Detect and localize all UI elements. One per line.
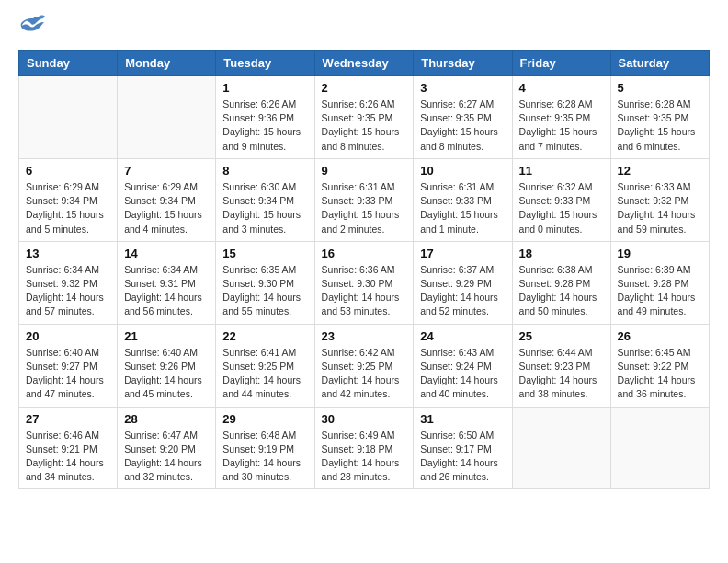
day-number: 6 xyxy=(26,164,110,178)
column-header-monday: Monday xyxy=(118,51,216,76)
column-header-tuesday: Tuesday xyxy=(216,51,314,76)
calendar-cell: 24Sunrise: 6:43 AMSunset: 9:24 PMDayligh… xyxy=(414,324,512,407)
calendar-cell: 18Sunrise: 6:38 AMSunset: 9:28 PMDayligh… xyxy=(512,241,610,324)
calendar-cell: 1Sunrise: 6:26 AMSunset: 9:36 PMDaylight… xyxy=(216,76,314,159)
calendar-cell: 12Sunrise: 6:33 AMSunset: 9:32 PMDayligh… xyxy=(610,158,709,241)
calendar-cell: 7Sunrise: 6:29 AMSunset: 9:34 PMDaylight… xyxy=(118,158,216,241)
day-number: 7 xyxy=(124,164,209,178)
day-info: Sunrise: 6:31 AMSunset: 9:33 PMDaylight:… xyxy=(322,180,407,236)
calendar-cell xyxy=(19,76,118,159)
day-info: Sunrise: 6:34 AMSunset: 9:32 PMDaylight:… xyxy=(26,263,110,319)
day-number: 13 xyxy=(26,247,110,260)
day-number: 17 xyxy=(420,247,505,260)
day-info: Sunrise: 6:40 AMSunset: 9:27 PMDaylight:… xyxy=(26,346,110,402)
day-info: Sunrise: 6:41 AMSunset: 9:25 PMDaylight:… xyxy=(222,346,307,402)
day-number: 15 xyxy=(222,247,307,260)
day-info: Sunrise: 6:43 AMSunset: 9:24 PMDaylight:… xyxy=(420,346,505,402)
calendar-cell: 31Sunrise: 6:50 AMSunset: 9:17 PMDayligh… xyxy=(414,407,512,489)
calendar-table: SundayMondayTuesdayWednesdayThursdayFrid… xyxy=(18,50,710,489)
day-info: Sunrise: 6:46 AMSunset: 9:21 PMDaylight:… xyxy=(26,429,110,485)
calendar-week-row: 27Sunrise: 6:46 AMSunset: 9:21 PMDayligh… xyxy=(19,407,710,489)
day-number: 14 xyxy=(124,247,209,260)
calendar-cell: 8Sunrise: 6:30 AMSunset: 9:34 PMDaylight… xyxy=(216,158,314,241)
day-number: 23 xyxy=(322,329,407,343)
day-number: 11 xyxy=(519,164,604,178)
calendar-cell: 22Sunrise: 6:41 AMSunset: 9:25 PMDayligh… xyxy=(216,324,314,407)
calendar-cell: 6Sunrise: 6:29 AMSunset: 9:34 PMDaylight… xyxy=(19,158,118,241)
day-info: Sunrise: 6:37 AMSunset: 9:29 PMDaylight:… xyxy=(420,263,505,319)
day-number: 22 xyxy=(222,329,307,343)
day-info: Sunrise: 6:26 AMSunset: 9:36 PMDaylight:… xyxy=(222,98,307,154)
day-number: 5 xyxy=(618,81,702,95)
day-info: Sunrise: 6:32 AMSunset: 9:33 PMDaylight:… xyxy=(519,180,604,236)
day-info: Sunrise: 6:49 AMSunset: 9:18 PMDaylight:… xyxy=(322,429,407,485)
day-number: 30 xyxy=(322,412,407,426)
day-number: 4 xyxy=(519,81,604,95)
day-number: 12 xyxy=(618,164,702,178)
calendar-cell: 9Sunrise: 6:31 AMSunset: 9:33 PMDaylight… xyxy=(314,158,414,241)
page-header xyxy=(18,18,710,35)
calendar-cell: 26Sunrise: 6:45 AMSunset: 9:22 PMDayligh… xyxy=(610,324,709,407)
day-number: 31 xyxy=(420,412,505,426)
column-header-saturday: Saturday xyxy=(610,51,709,76)
calendar-cell: 28Sunrise: 6:47 AMSunset: 9:20 PMDayligh… xyxy=(118,407,216,489)
day-info: Sunrise: 6:39 AMSunset: 9:28 PMDaylight:… xyxy=(618,263,702,319)
day-number: 29 xyxy=(222,412,307,426)
calendar-cell: 2Sunrise: 6:26 AMSunset: 9:35 PMDaylight… xyxy=(314,76,414,159)
calendar-cell xyxy=(512,407,610,489)
day-number: 9 xyxy=(322,164,407,178)
day-info: Sunrise: 6:47 AMSunset: 9:20 PMDaylight:… xyxy=(124,429,209,485)
day-number: 2 xyxy=(322,81,407,95)
day-info: Sunrise: 6:38 AMSunset: 9:28 PMDaylight:… xyxy=(519,263,604,319)
day-info: Sunrise: 6:45 AMSunset: 9:22 PMDaylight:… xyxy=(618,346,702,402)
column-header-wednesday: Wednesday xyxy=(314,51,414,76)
calendar-cell: 4Sunrise: 6:28 AMSunset: 9:35 PMDaylight… xyxy=(512,76,610,159)
calendar-cell: 10Sunrise: 6:31 AMSunset: 9:33 PMDayligh… xyxy=(414,158,512,241)
day-info: Sunrise: 6:29 AMSunset: 9:34 PMDaylight:… xyxy=(124,180,209,236)
day-number: 28 xyxy=(124,412,209,426)
calendar-cell: 13Sunrise: 6:34 AMSunset: 9:32 PMDayligh… xyxy=(19,241,118,324)
day-info: Sunrise: 6:42 AMSunset: 9:25 PMDaylight:… xyxy=(322,346,407,402)
calendar-header-row: SundayMondayTuesdayWednesdayThursdayFrid… xyxy=(19,51,710,76)
day-number: 25 xyxy=(519,329,604,343)
calendar-cell: 21Sunrise: 6:40 AMSunset: 9:26 PMDayligh… xyxy=(118,324,216,407)
calendar-cell xyxy=(610,407,709,489)
day-info: Sunrise: 6:34 AMSunset: 9:31 PMDaylight:… xyxy=(124,263,209,319)
day-number: 3 xyxy=(420,81,505,95)
calendar-cell: 11Sunrise: 6:32 AMSunset: 9:33 PMDayligh… xyxy=(512,158,610,241)
day-info: Sunrise: 6:31 AMSunset: 9:33 PMDaylight:… xyxy=(420,180,505,236)
day-info: Sunrise: 6:30 AMSunset: 9:34 PMDaylight:… xyxy=(222,180,307,236)
day-number: 8 xyxy=(222,164,307,178)
calendar-cell: 3Sunrise: 6:27 AMSunset: 9:35 PMDaylight… xyxy=(414,76,512,159)
day-number: 26 xyxy=(618,329,702,343)
calendar-cell: 5Sunrise: 6:28 AMSunset: 9:35 PMDaylight… xyxy=(610,76,709,159)
calendar-cell: 20Sunrise: 6:40 AMSunset: 9:27 PMDayligh… xyxy=(19,324,118,407)
calendar-cell: 19Sunrise: 6:39 AMSunset: 9:28 PMDayligh… xyxy=(610,241,709,324)
day-info: Sunrise: 6:35 AMSunset: 9:30 PMDaylight:… xyxy=(222,263,307,319)
calendar-cell: 15Sunrise: 6:35 AMSunset: 9:30 PMDayligh… xyxy=(216,241,314,324)
day-number: 24 xyxy=(420,329,505,343)
day-number: 18 xyxy=(519,247,604,260)
column-header-sunday: Sunday xyxy=(19,51,118,76)
day-info: Sunrise: 6:48 AMSunset: 9:19 PMDaylight:… xyxy=(222,429,307,485)
calendar-cell: 27Sunrise: 6:46 AMSunset: 9:21 PMDayligh… xyxy=(19,407,118,489)
day-info: Sunrise: 6:44 AMSunset: 9:23 PMDaylight:… xyxy=(519,346,604,402)
column-header-friday: Friday xyxy=(512,51,610,76)
column-header-thursday: Thursday xyxy=(414,51,512,76)
logo-bird-icon xyxy=(20,15,46,35)
day-number: 19 xyxy=(618,247,702,260)
day-info: Sunrise: 6:26 AMSunset: 9:35 PMDaylight:… xyxy=(322,98,407,154)
calendar-week-row: 1Sunrise: 6:26 AMSunset: 9:36 PMDaylight… xyxy=(19,76,710,159)
calendar-week-row: 13Sunrise: 6:34 AMSunset: 9:32 PMDayligh… xyxy=(19,241,710,324)
day-info: Sunrise: 6:27 AMSunset: 9:35 PMDaylight:… xyxy=(420,98,505,154)
calendar-week-row: 6Sunrise: 6:29 AMSunset: 9:34 PMDaylight… xyxy=(19,158,710,241)
calendar-cell: 23Sunrise: 6:42 AMSunset: 9:25 PMDayligh… xyxy=(314,324,414,407)
calendar-week-row: 20Sunrise: 6:40 AMSunset: 9:27 PMDayligh… xyxy=(19,324,710,407)
day-number: 1 xyxy=(222,81,307,95)
calendar-cell: 30Sunrise: 6:49 AMSunset: 9:18 PMDayligh… xyxy=(314,407,414,489)
day-number: 21 xyxy=(124,329,209,343)
calendar-cell: 16Sunrise: 6:36 AMSunset: 9:30 PMDayligh… xyxy=(314,241,414,324)
day-info: Sunrise: 6:50 AMSunset: 9:17 PMDaylight:… xyxy=(420,429,505,485)
day-number: 10 xyxy=(420,164,505,178)
calendar-cell: 14Sunrise: 6:34 AMSunset: 9:31 PMDayligh… xyxy=(118,241,216,324)
